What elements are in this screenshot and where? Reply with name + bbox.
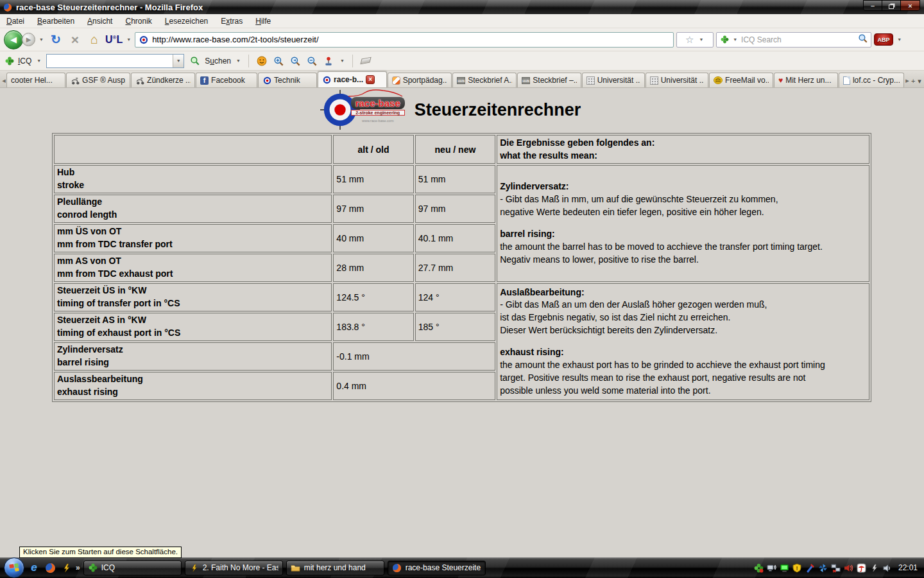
toolbar-separator bbox=[248, 55, 249, 67]
remote-display-tray-icon[interactable] bbox=[766, 563, 777, 574]
zoom-out-icon[interactable] bbox=[305, 55, 318, 67]
icq-menu-dropdown[interactable]: ▼ bbox=[35, 58, 42, 63]
sound-muted-tray-icon[interactable] bbox=[843, 563, 854, 574]
logo-subtitle: 2-stroke engineering bbox=[351, 110, 405, 116]
new-tab-button[interactable]: + bbox=[910, 74, 916, 87]
close-button[interactable]: × bbox=[901, 1, 920, 11]
tab-list-dropdown[interactable]: ▾ bbox=[916, 74, 923, 87]
tab-scroll-right-button[interactable]: ▸ bbox=[905, 74, 910, 87]
tab-universitaet-2[interactable]: Universität ... bbox=[646, 73, 708, 87]
car-silhouette-icon bbox=[347, 89, 404, 98]
tab-mit-herz[interactable]: ♥ Mit Herz un... bbox=[774, 73, 838, 87]
start-button[interactable] bbox=[4, 557, 24, 578]
back-button[interactable]: ◀ bbox=[4, 30, 23, 49]
stop-button[interactable]: × bbox=[67, 32, 83, 48]
network-disconnected-tray-icon[interactable] bbox=[830, 563, 841, 574]
menu-chronik[interactable]: Chronik bbox=[119, 15, 158, 28]
winamp-agent-tray-icon[interactable] bbox=[869, 563, 880, 574]
adblock-dropdown[interactable]: ▼ bbox=[896, 37, 903, 42]
menu-datei[interactable]: Datei bbox=[0, 15, 31, 28]
menu-lesezeichen[interactable]: Lesezeichen bbox=[158, 15, 214, 28]
smiley-icon[interactable] bbox=[255, 55, 268, 67]
result-value: 0.4 mm bbox=[333, 372, 495, 400]
bookmark-dropdown[interactable]: ▼ bbox=[697, 37, 705, 42]
eraser-icon[interactable] bbox=[359, 55, 372, 67]
windows-flag-icon bbox=[9, 563, 19, 572]
tab-facebook[interactable]: f Facebook bbox=[196, 73, 257, 87]
icq-toolbar-clover-icon bbox=[5, 57, 14, 66]
quicklaunch-overflow-button[interactable]: » bbox=[76, 563, 80, 572]
search-magnifier-icon[interactable] bbox=[858, 33, 868, 46]
combobox-dropdown-button[interactable]: ▼ bbox=[173, 55, 184, 67]
value-new: 185 ° bbox=[415, 313, 495, 341]
search-engine-dropdown[interactable]: ▼ bbox=[732, 37, 739, 42]
value-new: 51 mm bbox=[415, 165, 495, 193]
row-label-de: Steuerzeit AS in °KW bbox=[57, 314, 329, 327]
taskbar-clock[interactable]: 22:01 bbox=[898, 563, 918, 572]
taskbar-button-firefox-active[interactable]: race-base Steuerzeite... bbox=[388, 561, 486, 575]
tab-steckbrief-a[interactable]: HHN Steckbrief A... bbox=[452, 73, 517, 87]
internet-explorer-icon[interactable]: e bbox=[28, 561, 40, 574]
search-input[interactable]: ICQ Search bbox=[741, 35, 855, 44]
tab-scroll-left-button[interactable]: ◂ bbox=[1, 74, 6, 87]
zoom-reset-icon[interactable] bbox=[289, 55, 302, 67]
row-label-en: timing of transfer port in °CS bbox=[57, 297, 329, 310]
suchen-magnifier-icon bbox=[188, 55, 201, 67]
freemail-icon bbox=[714, 76, 723, 85]
security-alert-shield-icon[interactable]: ! bbox=[792, 563, 803, 574]
bookmark-star-icon[interactable]: ☆ bbox=[685, 34, 694, 46]
taskbar-button-folder[interactable]: mit herz und hand bbox=[286, 561, 384, 575]
tab-steckbrief-b[interactable]: HHN Steckbrief –... bbox=[517, 73, 581, 87]
firefox-quicklaunch-icon[interactable] bbox=[44, 561, 56, 574]
tab-universitaet-1[interactable]: Universität ... bbox=[582, 73, 645, 87]
menu-bearbeiten[interactable]: Bearbeiten bbox=[31, 15, 81, 28]
empty-header-cell bbox=[54, 135, 332, 164]
reload-button[interactable]: ↻ bbox=[47, 32, 64, 47]
value-old: 97 mm bbox=[333, 195, 413, 223]
menu-ansicht[interactable]: Ansicht bbox=[81, 15, 119, 28]
home-button[interactable]: ⌂ bbox=[86, 32, 103, 47]
pinwheel-tray-icon[interactable] bbox=[817, 563, 828, 574]
tab-gsf-auspuff[interactable]: GSF ® Ausp... bbox=[66, 73, 130, 87]
url-tool-dropdown[interactable]: ▼ bbox=[125, 37, 132, 42]
tab-close-button[interactable]: × bbox=[366, 75, 375, 84]
tab-sportpaedagogik[interactable]: Sportpädag... bbox=[388, 73, 452, 87]
taskbar-button-winamp[interactable]: 2. Faith No More - Eas... bbox=[185, 561, 283, 575]
history-dropdown[interactable]: ▼ bbox=[38, 37, 45, 42]
timing-calculator-table: alt / old neu / new Die Ergebnisse geben… bbox=[52, 133, 871, 402]
tab-race-base-active[interactable]: race-b... × bbox=[318, 71, 387, 87]
joystick-dropdown[interactable]: ▼ bbox=[339, 58, 346, 63]
adblock-plus-button[interactable]: ABP bbox=[874, 33, 893, 46]
icq-menu-button[interactable]: ICQ bbox=[18, 57, 31, 66]
tab-technik[interactable]: Technik bbox=[258, 73, 317, 87]
tab-lof-cc[interactable]: lof.cc - Cryp... bbox=[839, 73, 904, 87]
avira-antivir-tray-icon[interactable] bbox=[856, 563, 867, 574]
restore-button[interactable] bbox=[882, 1, 901, 11]
taskbar-button-icq[interactable]: ICQ bbox=[83, 561, 182, 575]
forward-button[interactable]: ▶ bbox=[22, 33, 35, 46]
minimize-button[interactable]: – bbox=[864, 1, 882, 11]
tab-freemail[interactable]: FreeMail vo... bbox=[709, 73, 773, 87]
icq-offline-tray-icon[interactable] bbox=[753, 563, 764, 574]
row-label-de: Auslassbearbeitung bbox=[57, 373, 329, 386]
suchen-button[interactable]: Suchen bbox=[205, 57, 231, 66]
tab-zuendkerze[interactable]: Zündkerze ... bbox=[131, 73, 195, 87]
menu-hilfe[interactable]: Hilfe bbox=[249, 15, 277, 28]
tab-scooter-help[interactable]: cooter Hel... bbox=[6, 73, 65, 87]
suchen-dropdown[interactable]: ▼ bbox=[235, 58, 242, 63]
document-icon bbox=[843, 76, 850, 85]
icq-search-combobox[interactable]: ▼ bbox=[46, 54, 184, 68]
address-bar[interactable]: http://www.race-base.com/2t-tools/steuer… bbox=[135, 32, 674, 48]
system-monitor-tray-icon[interactable] bbox=[779, 563, 790, 574]
sport-site-icon bbox=[392, 76, 400, 85]
scooter-icon bbox=[71, 76, 80, 85]
zoom-in-icon[interactable] bbox=[272, 55, 285, 67]
search-box[interactable]: ▼ ICQ Search bbox=[716, 32, 871, 48]
firefox-icon bbox=[392, 563, 402, 573]
url-tool-button[interactable]: U®L bbox=[105, 34, 123, 46]
graphics-tool-tray-icon[interactable] bbox=[805, 563, 816, 574]
volume-tray-icon[interactable] bbox=[882, 563, 893, 574]
winamp-quicklaunch-icon[interactable] bbox=[60, 561, 73, 574]
menu-extras[interactable]: Extras bbox=[214, 15, 249, 28]
joystick-icon[interactable] bbox=[322, 55, 335, 67]
